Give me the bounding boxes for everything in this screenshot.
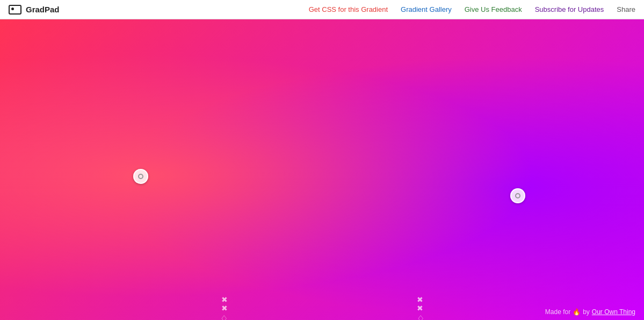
color-handle-1-inner — [138, 174, 143, 179]
nav-gallery[interactable]: Gradient Gallery — [401, 5, 452, 13]
stop-2-top-icon: ♢ — [417, 315, 424, 320]
logo-area[interactable]: GradPad — [9, 5, 60, 15]
gradpad-logo-icon — [9, 5, 21, 15]
gradient-canvas[interactable]: ✖ ✖ ♢ ♢ ♢ ♢ 100 100 ✖ ✖ — [0, 19, 644, 320]
nav-feedback[interactable]: Give Us Feedback — [465, 5, 522, 13]
stop-1-top-icon: ♢ — [220, 315, 228, 320]
made-for-text: Made for — [545, 308, 570, 316]
by-text: by — [583, 308, 590, 316]
add-stop-1-button[interactable]: ✖ — [220, 295, 229, 304]
add-stop-2-button[interactable]: ✖ — [416, 295, 424, 304]
main-nav: Get CSS for this Gradient Gradient Galle… — [309, 5, 635, 13]
stop-2-top-marker[interactable]: ♢ — [417, 315, 424, 320]
stop-1-top-marker[interactable]: ♢ — [220, 315, 228, 320]
flame-icon: 🔥 — [573, 308, 581, 316]
nav-subscribe[interactable]: Subscribe for Updates — [535, 5, 604, 13]
nav-get-css[interactable]: Get CSS for this Gradient — [309, 5, 388, 13]
header: GradPad Get CSS for this Gradient Gradie… — [0, 0, 644, 19]
company-link[interactable]: Our Own Thing — [592, 308, 635, 316]
footer-credit: Made for 🔥 by Our Own Thing — [545, 308, 635, 316]
logo-text: GradPad — [26, 5, 60, 14]
remove-stop-1-button[interactable]: ✖ — [220, 304, 229, 312]
color-handle-2-inner — [515, 193, 520, 198]
remove-stop-2-button[interactable]: ✖ — [416, 304, 424, 312]
color-handle-1[interactable] — [133, 169, 148, 184]
color-handle-2[interactable] — [510, 188, 525, 203]
nav-share[interactable]: Share — [617, 5, 635, 13]
